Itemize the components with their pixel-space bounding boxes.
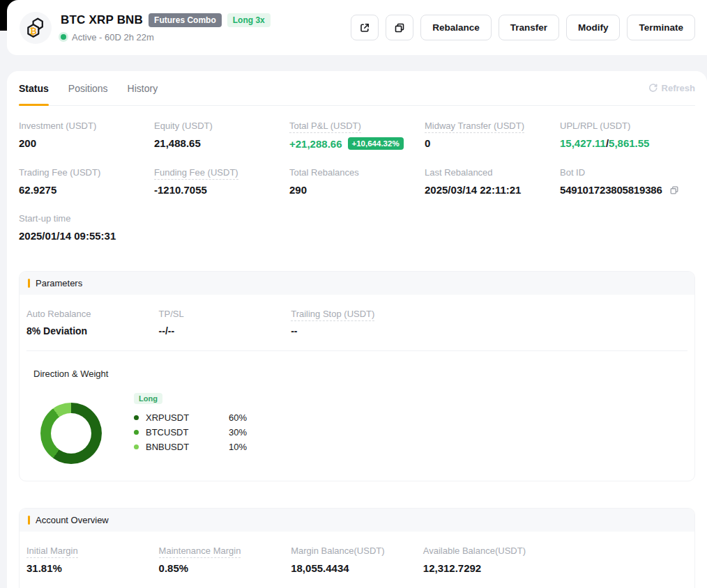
svg-text:₿: ₿ — [30, 26, 37, 36]
stat-label: Bot ID — [560, 167, 585, 178]
stat-startup-time: Start-up time 2025/01/14 09:55:31 — [19, 213, 154, 242]
stat-value: 62.9275 — [19, 184, 154, 196]
bot-type-badge: Futures Combo — [149, 13, 222, 27]
account-value: 31.81% — [26, 562, 159, 574]
account-overview-grid: Initial Margin 31.81% Maintenance Margin… — [26, 546, 687, 574]
pnl-value: +21,288.66 — [289, 138, 342, 150]
rebalance-button[interactable]: Rebalance — [420, 15, 492, 40]
direction-weight-block: Direction & Weight Long XRPUSDT 60% BTCU… — [26, 351, 687, 481]
param-value: --/-- — [159, 325, 291, 336]
account-available-balance: Available Balance(USDT) 12,312.7292 — [423, 546, 556, 574]
account-margin-balance: Margin Balance(USDT) 18,055.4434 — [291, 546, 423, 574]
tab-history[interactable]: History — [128, 71, 158, 105]
stat-label: Investment (USDT) — [19, 121, 96, 131]
stat-label-underlined: Midway Transfer (USDT) — [425, 121, 524, 133]
direction-weight-title: Direction & Weight — [33, 369, 681, 379]
legend-symbol: XRPUSDT — [146, 412, 189, 423]
bot-identity: ₿ BTC XRP BNB Futures Combo Long 3x Acti… — [20, 12, 271, 44]
bot-id-value: 549101723805819386 — [560, 184, 662, 196]
legend-weight: 60% — [229, 412, 247, 423]
status-stats-grid: Investment (USDT) 200 Equity (USDT) 21,4… — [19, 106, 695, 242]
account-maintenance-margin: Maintenance Margin 0.85% — [159, 546, 291, 574]
parameters-section: Parameters Auto Rebalance 8% Deviation T… — [19, 271, 695, 481]
hexagon-bitcoin-icon: ₿ — [25, 17, 46, 39]
direction-weight-donut — [40, 403, 102, 464]
account-label: Available Balance(USDT) — [423, 546, 526, 556]
stat-value: 2025/03/14 22:11:21 — [425, 184, 560, 196]
stat-investment: Investment (USDT) 200 — [19, 121, 154, 150]
bot-detail-card: Status Positions History Refresh Investm… — [7, 71, 707, 588]
stat-value: 21,488.65 — [154, 137, 289, 149]
stat-label: Equity (USDT) — [154, 121, 213, 131]
stat-last-rebalanced: Last Rebalanced 2025/03/14 22:11:21 — [425, 167, 560, 196]
stat-value: 0 — [425, 137, 560, 149]
stat-label: UPL/RPL (USDT) — [560, 121, 630, 131]
stat-label: Total Rebalances — [289, 167, 359, 178]
stat-total-pnl: Total P&L (USDT) +21,288.66 +10,644.32% — [289, 121, 425, 150]
parameters-grid: Auto Rebalance 8% Deviation TP/SL --/-- … — [26, 309, 687, 336]
param-value: 8% Deviation — [26, 325, 159, 336]
legend-item: BNBUSDT 10% — [134, 442, 247, 452]
stat-value: 200 — [19, 137, 154, 149]
stat-label: Last Rebalanced — [425, 167, 493, 178]
rpl-value: 5,861.55 — [609, 137, 649, 149]
legend-weight: 30% — [229, 427, 247, 438]
transfer-button[interactable]: Transfer — [499, 15, 559, 40]
orange-accent-bar — [28, 516, 30, 525]
legend-weight: 10% — [229, 442, 247, 452]
tab-status[interactable]: Status — [19, 71, 49, 105]
modify-button[interactable]: Modify — [566, 15, 621, 40]
param-label-underlined: Trailing Stop (USDT) — [291, 309, 374, 321]
header-actions: Rebalance Transfer Modify Terminate — [351, 15, 695, 40]
long-direction-badge: Long — [134, 393, 162, 404]
stat-value: -1210.7055 — [154, 184, 289, 196]
refresh-label: Refresh — [662, 83, 695, 93]
account-label-underlined: Initial Margin — [26, 546, 78, 558]
tabs-bar: Status Positions History Refresh — [19, 71, 695, 106]
bot-id-copy-icon[interactable] — [669, 185, 679, 195]
refresh-icon — [648, 83, 658, 93]
stat-equity: Equity (USDT) 21,488.65 — [154, 121, 289, 150]
refresh-button[interactable]: Refresh — [648, 83, 695, 93]
account-value: 18,055.4434 — [291, 562, 423, 574]
legend-symbol: BNBUSDT — [146, 442, 189, 452]
stat-label: Start-up time — [19, 213, 70, 224]
param-label: Auto Rebalance — [26, 309, 91, 319]
open-external-button[interactable] — [351, 15, 379, 40]
upl-value: 15,427.11 — [560, 137, 606, 149]
account-value: 0.85% — [159, 562, 291, 574]
legend-item: XRPUSDT 60% — [134, 412, 247, 423]
external-link-icon — [359, 22, 370, 33]
legend-dot — [134, 415, 139, 420]
stat-trading-fee: Trading Fee (USDT) 62.9275 — [19, 167, 154, 196]
status-active-dot — [61, 34, 66, 40]
stat-label-underlined: Funding Fee (USDT) — [154, 167, 238, 180]
tab-positions[interactable]: Positions — [68, 71, 108, 105]
legend-item: BTCUSDT 30% — [134, 427, 247, 438]
account-initial-margin: Initial Margin 31.81% — [26, 546, 159, 574]
status-text: Active - 60D 2h 22m — [72, 32, 154, 42]
parameters-section-header: Parameters — [20, 272, 694, 295]
param-tpsl: TP/SL --/-- — [159, 309, 291, 336]
terminate-button[interactable]: Terminate — [627, 15, 695, 40]
stat-total-rebalances: Total Rebalances 290 — [289, 167, 425, 196]
account-overview-section: Account Overview Initial Margin 31.81% M… — [19, 508, 695, 588]
donut-legend: Long XRPUSDT 60% BTCUSDT 30% — [134, 392, 247, 452]
param-value: -- — [291, 325, 423, 336]
copy-bot-button[interactable] — [386, 15, 413, 40]
legend-dot — [134, 430, 139, 435]
orange-accent-bar — [28, 279, 30, 288]
bot-header: ₿ BTC XRP BNB Futures Combo Long 3x Acti… — [7, 0, 707, 55]
account-value: 12,312.7292 — [423, 562, 556, 574]
account-overview-header: Account Overview — [20, 509, 694, 532]
bot-leverage-badge: Long 3x — [227, 13, 271, 27]
account-overview-title: Account Overview — [36, 515, 109, 525]
param-label: TP/SL — [159, 309, 184, 319]
legend-dot — [134, 444, 139, 449]
account-label-underlined: Maintenance Margin — [159, 546, 241, 558]
account-label: Margin Balance(USDT) — [291, 546, 384, 556]
stat-label: Trading Fee (USDT) — [19, 167, 100, 178]
parameters-title: Parameters — [36, 278, 82, 288]
legend-symbol: BTCUSDT — [146, 427, 188, 438]
param-trailing-stop: Trailing Stop (USDT) -- — [291, 309, 423, 336]
